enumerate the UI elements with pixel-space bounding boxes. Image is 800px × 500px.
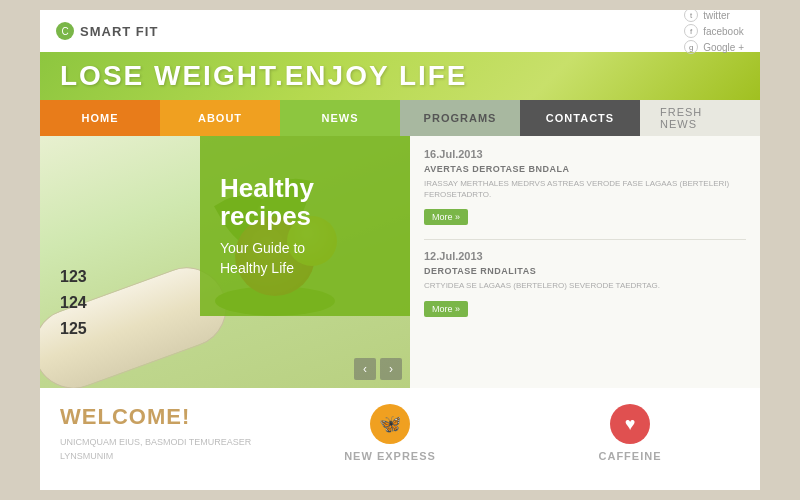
main-content: 123 124 125 Healthy recipes Your Guide t…	[40, 136, 760, 388]
hero-heading: Healthy recipes	[220, 174, 390, 231]
new-express-label: NEW EXPRESS	[344, 450, 436, 462]
twitter-label: twitter	[703, 10, 730, 21]
nav-contacts[interactable]: CONTACTS	[520, 100, 640, 136]
hero-title: LOSE WEIGHT.ENJOY LIFE	[60, 60, 468, 92]
hero-heading-text: Healthy recipes	[220, 173, 314, 232]
news-body-1: IRASSAY MERTHALES MEDRVS ASTREAS VERODE …	[424, 178, 746, 200]
facebook-label: facebook	[703, 26, 744, 37]
new-express-col: 🦋 NEW EXPRESS	[280, 404, 500, 463]
news-item-1: 16.Jul.2013 AVERTAS DEROTASE BNDALA IRAS…	[424, 148, 746, 225]
facebook-icon: f	[684, 24, 698, 38]
google-link[interactable]: g Google +	[684, 40, 744, 54]
logo-icon-letter: C	[61, 26, 68, 37]
hero-subtext: Your Guide toHealthy Life	[220, 239, 390, 278]
hero-title-part1: LOSE WEIGHT.	[60, 60, 285, 91]
welcome-col: WELCOME! UNICMQUAM EIUS, BASMODI TEMUREA…	[60, 404, 260, 463]
welcome-title: WELCOME!	[60, 404, 260, 430]
logo: C SMART FIT	[56, 22, 158, 40]
hero-title-part2: ENJOY LIFE	[285, 60, 468, 91]
welcome-text: UNICMQUAM EIUS, BASMODI TEMUREASER LYNSM…	[60, 436, 260, 463]
logo-text: SMART FIT	[80, 24, 158, 39]
nav-about[interactable]: ABOUT	[160, 100, 280, 136]
hero-banner: LOSE WEIGHT.ENJOY LIFE	[40, 52, 760, 100]
google-icon: g	[684, 40, 698, 54]
news-body-2: CRTYIDEA SE LAGAAS (BERTELERO) SEVERODE …	[424, 280, 746, 291]
heart-icon: ♥	[610, 404, 650, 444]
news-item-2: 12.Jul.2013 DEROTASE RNDALITAS CRTYIDEA …	[424, 250, 746, 316]
hero-image: 123 124 125 Healthy recipes Your Guide t…	[40, 136, 410, 388]
logo-icon: C	[56, 22, 74, 40]
caffeine-col: ♥ CAFFEINE	[520, 404, 740, 463]
tape-num-3: 125	[60, 320, 87, 338]
more-button-2[interactable]: More »	[424, 301, 468, 317]
header: C SMART FIT t twitter f facebook g Googl…	[40, 10, 760, 52]
twitter-icon: t	[684, 10, 698, 22]
caffeine-label: CAFFEINE	[599, 450, 662, 462]
nav-programs[interactable]: PROGRAMS	[400, 100, 520, 136]
news-date-1: 16.Jul.2013	[424, 148, 746, 160]
news-divider	[424, 239, 746, 240]
news-title-1: AVERTAS DEROTASE BNDALA	[424, 164, 746, 174]
social-links: t twitter f facebook g Google +	[684, 10, 744, 54]
nav: HOME ABOUT NEWS PROGRAMS CONTACTS FRESH …	[40, 100, 760, 136]
tape-num-1: 123	[60, 268, 87, 286]
nav-home[interactable]: HOME	[40, 100, 160, 136]
google-label: Google +	[703, 42, 744, 53]
page-wrapper: C SMART FIT t twitter f facebook g Googl…	[40, 10, 760, 490]
news-date-2: 12.Jul.2013	[424, 250, 746, 262]
hero-text-overlay: Healthy recipes Your Guide toHealthy Lif…	[200, 136, 410, 316]
nav-arrows: ‹ ›	[354, 358, 402, 380]
nav-fresh-news[interactable]: FRESH NEWS	[640, 100, 760, 136]
tape-numbers: 123 124 125	[60, 268, 87, 338]
more-button-1[interactable]: More »	[424, 209, 468, 225]
news-title-2: DEROTASE RNDALITAS	[424, 266, 746, 276]
facebook-link[interactable]: f facebook	[684, 24, 744, 38]
next-arrow[interactable]: ›	[380, 358, 402, 380]
bottom-section: WELCOME! UNICMQUAM EIUS, BASMODI TEMUREA…	[40, 388, 760, 473]
prev-arrow[interactable]: ‹	[354, 358, 376, 380]
tape-num-2: 124	[60, 294, 87, 312]
nav-news[interactable]: NEWS	[280, 100, 400, 136]
butterfly-icon: 🦋	[370, 404, 410, 444]
fresh-news-panel: 16.Jul.2013 AVERTAS DEROTASE BNDALA IRAS…	[410, 136, 760, 388]
twitter-link[interactable]: t twitter	[684, 10, 744, 22]
